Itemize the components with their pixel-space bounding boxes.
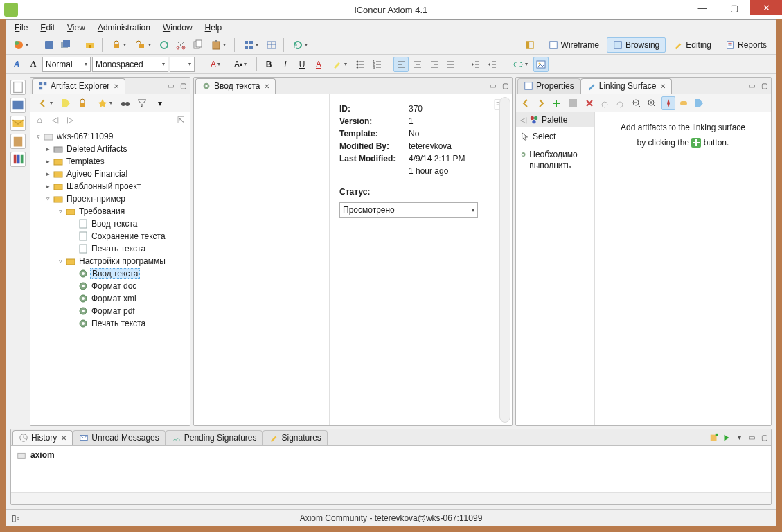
- forward-icon[interactable]: ▷: [64, 114, 76, 126]
- paragraph-style-combo[interactable]: Normal: [42, 57, 91, 72]
- tree-item-selected[interactable]: Ввод текста: [90, 268, 140, 279]
- menu-edit[interactable]: Edit: [35, 21, 60, 34]
- minimize-view-icon[interactable]: ▭: [487, 80, 498, 91]
- binoculars-icon[interactable]: [118, 96, 133, 111]
- nav-back-button[interactable]: [519, 96, 533, 110]
- palette-header[interactable]: ◁ Palette: [516, 112, 594, 127]
- artifact-explorer-tab[interactable]: Artifact Explorer ✕: [32, 78, 125, 94]
- save-button[interactable]: [42, 37, 57, 53]
- perspective-reports[interactable]: Reports: [719, 37, 773, 53]
- redo-button[interactable]: [613, 96, 627, 110]
- unlock-button[interactable]: [132, 37, 155, 53]
- tree-item[interactable]: Проект-пример: [65, 194, 127, 204]
- bold-button[interactable]: B: [261, 57, 276, 72]
- insert-link-button[interactable]: [508, 57, 532, 72]
- italic-button[interactable]: I: [278, 57, 293, 72]
- maximize-view-icon[interactable]: ▢: [758, 432, 770, 443]
- tree-item[interactable]: Шаблонный проект: [65, 181, 142, 191]
- shortcut-clipboard-icon[interactable]: [10, 134, 26, 149]
- font-combo[interactable]: Monospaced: [92, 57, 168, 72]
- tree-item[interactable]: Формат doc: [90, 281, 138, 291]
- number-list-button[interactable]: 123: [369, 57, 384, 72]
- view-menu-icon[interactable]: ▾: [152, 96, 168, 111]
- menu-administration[interactable]: Administration: [92, 21, 156, 34]
- tree-item[interactable]: Deleted Artifacts: [65, 144, 128, 154]
- signatures-tab[interactable]: Signatures: [263, 430, 327, 445]
- status-combo[interactable]: Просмотрено: [339, 202, 478, 218]
- tree-item[interactable]: Печать текста: [90, 319, 147, 328]
- shortcut-window-icon[interactable]: [10, 98, 26, 113]
- indent-button[interactable]: [484, 57, 499, 72]
- tree-item[interactable]: Сохранение текста: [90, 231, 167, 241]
- star-button[interactable]: [93, 96, 116, 111]
- shortcut-books-icon[interactable]: [10, 152, 26, 167]
- history-item[interactable]: axiom: [17, 450, 765, 460]
- collapse-icon[interactable]: ⇱: [175, 114, 187, 126]
- maximize-view-icon[interactable]: ▢: [758, 80, 770, 91]
- align-left-button[interactable]: [393, 57, 409, 72]
- align-center-button[interactable]: [410, 57, 425, 72]
- perspective-browsing[interactable]: Browsing: [607, 37, 666, 53]
- perspective-wireframe[interactable]: Wireframe: [542, 37, 605, 53]
- perspective-switcher-button[interactable]: [519, 37, 541, 53]
- editor-scrollbar[interactable]: [499, 97, 510, 423]
- tree-item[interactable]: Формат pdf: [90, 306, 136, 316]
- perspective-editing[interactable]: Editing: [667, 37, 718, 53]
- lock-icon[interactable]: [75, 96, 90, 111]
- highlight-button[interactable]: [328, 57, 351, 72]
- maximize-view-icon[interactable]: ▢: [177, 80, 188, 91]
- table-button[interactable]: [264, 37, 279, 53]
- menu-view[interactable]: View: [62, 21, 91, 34]
- lock-button[interactable]: [107, 37, 130, 53]
- save-all-button[interactable]: [58, 37, 73, 53]
- nav-back-button[interactable]: [33, 96, 57, 111]
- linking-surface-canvas[interactable]: Add artifacts to the linking surface by …: [595, 112, 771, 425]
- close-button[interactable]: ✕: [750, 0, 782, 15]
- undo-button[interactable]: [598, 96, 612, 110]
- close-icon[interactable]: ✕: [264, 82, 269, 90]
- font-size-up-button[interactable]: A▴: [229, 57, 252, 72]
- outdent-button[interactable]: [468, 57, 483, 72]
- filter-button[interactable]: [134, 96, 150, 111]
- artifact-tree[interactable]: ▿wks-067:11099 ▸Deleted Artifacts ▸Templ…: [30, 127, 190, 425]
- palette-item-todo[interactable]: Необходимо выполнить: [516, 145, 594, 175]
- shortcut-mail-icon[interactable]: [10, 116, 26, 131]
- delete-button[interactable]: [583, 96, 596, 110]
- menu-window[interactable]: Window: [157, 21, 198, 34]
- home-icon[interactable]: ⌂: [33, 114, 46, 126]
- bottom-menu-icon[interactable]: ▾: [734, 432, 745, 443]
- add-button[interactable]: [549, 96, 563, 110]
- back-icon[interactable]: ◁: [48, 114, 61, 126]
- insert-image-button[interactable]: [533, 57, 549, 72]
- text-style-a-button[interactable]: A: [9, 57, 24, 72]
- new-button[interactable]: [9, 37, 33, 53]
- paste-button[interactable]: [206, 37, 230, 53]
- align-justify-button[interactable]: [443, 57, 459, 72]
- tree-item[interactable]: Печать текста: [90, 244, 147, 254]
- close-icon[interactable]: ✕: [114, 82, 119, 90]
- save-button[interactable]: [566, 96, 580, 110]
- pending-signatures-tab[interactable]: Pending Signatures: [166, 430, 263, 445]
- underline-button[interactable]: U: [294, 57, 310, 72]
- unread-messages-tab[interactable]: Unread Messages: [73, 430, 165, 445]
- linking-surface-tab[interactable]: Linking Surface ✕: [580, 78, 673, 94]
- tree-item[interactable]: Agiveo Financial: [65, 169, 129, 179]
- zoom-out-button[interactable]: [630, 96, 643, 110]
- tree-item[interactable]: Требования: [78, 206, 126, 216]
- close-icon[interactable]: ✕: [660, 82, 666, 90]
- history-tab[interactable]: History ✕: [12, 430, 73, 445]
- tree-item[interactable]: Формат xml: [90, 294, 138, 303]
- minimize-view-icon[interactable]: ▭: [746, 80, 757, 91]
- menu-help[interactable]: Help: [199, 21, 228, 34]
- minimize-view-icon[interactable]: ▭: [746, 432, 757, 443]
- zoom-in-button[interactable]: [645, 96, 659, 110]
- properties-tab[interactable]: Properties: [517, 78, 580, 94]
- cut-button[interactable]: [173, 37, 188, 53]
- grid-button[interactable]: [239, 37, 263, 53]
- link-button[interactable]: [157, 37, 172, 53]
- strike-button[interactable]: A: [311, 57, 326, 72]
- tree-item[interactable]: Templates: [65, 157, 106, 166]
- bullet-list-button[interactable]: [353, 57, 368, 72]
- bottom-run-icon[interactable]: [721, 432, 732, 443]
- lock-folder-button[interactable]: [82, 37, 98, 53]
